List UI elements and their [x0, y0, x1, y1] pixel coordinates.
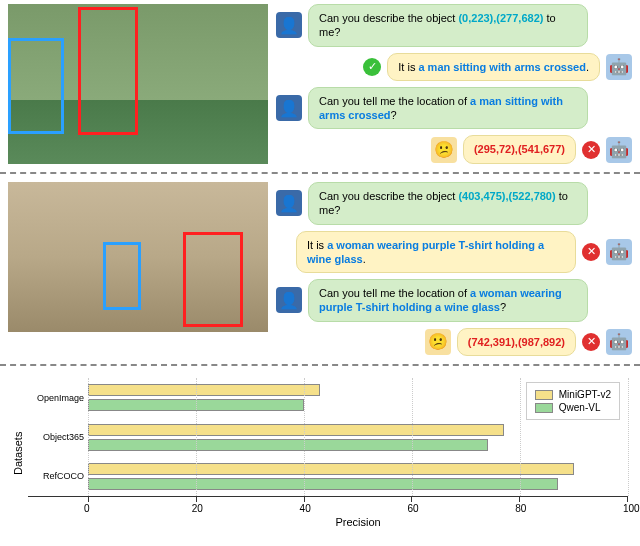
q2-bubble: Can you tell me the location of a woman … [308, 279, 588, 322]
bar-qwen-object365 [88, 439, 488, 451]
user-avatar-icon: 👤 [276, 190, 302, 216]
legend-qwen: Qwen-VL [535, 402, 611, 413]
divider [0, 172, 640, 174]
bbox-blue-1 [8, 38, 64, 134]
precision-chart: Datasets OpenImage Object365 RefCOCO [0, 370, 640, 540]
q2-bubble: Can you tell me the location of a man si… [308, 87, 588, 130]
q1-bubble: Can you describe the object (403,475),(5… [308, 182, 588, 225]
bars-object365 [88, 417, 628, 456]
confused-avatar-icon: 😕 [431, 137, 457, 163]
photo-baseball [8, 4, 268, 164]
user-avatar-icon: 👤 [276, 95, 302, 121]
cross-icon: ✕ [582, 243, 600, 261]
robot-avatar-icon: 🤖 [606, 239, 632, 265]
a1-hl: a man sitting with arms crossed [418, 61, 586, 73]
a1-suffix: . [586, 61, 589, 73]
legend-minigpt: MiniGPT-v2 [535, 389, 611, 400]
cross-icon: ✕ [582, 141, 600, 159]
x-ticks: 0 20 40 60 80 100 [88, 497, 628, 502]
ytick-refcoco: RefCOCO [28, 457, 84, 496]
legend: MiniGPT-v2 Qwen-VL [526, 382, 620, 420]
q1-coords: (0,223),(277,682) [458, 12, 543, 24]
q1-text: Can you describe the object [319, 190, 458, 202]
a2-row: 😕 (742,391),(987,892) ✕ 🤖 [276, 328, 632, 356]
xtick-40: 40 [300, 503, 311, 514]
bbox-red-1 [78, 7, 138, 135]
bar-minigpt-refcoco [88, 463, 574, 475]
bar-minigpt-openimage [88, 384, 320, 396]
a2-coords: (742,391),(987,892) [468, 336, 565, 348]
q1-text: Can you describe the object [319, 12, 458, 24]
bars-refcoco [88, 457, 628, 496]
a2-bubble: (295,72),(541,677) [463, 135, 576, 163]
y-axis-label: Datasets [12, 378, 24, 528]
q1-row: 👤 Can you describe the object (0,223),(2… [276, 4, 632, 47]
legend-swatch-yellow [535, 390, 553, 400]
bbox-blue-2 [103, 242, 141, 310]
bbox-red-2 [183, 232, 243, 327]
divider [0, 364, 640, 366]
legend-swatch-green [535, 403, 553, 413]
bar-minigpt-object365 [88, 424, 504, 436]
q1-bubble: Can you describe the object (0,223),(277… [308, 4, 588, 47]
chat-1: 👤 Can you describe the object (0,223),(2… [276, 4, 632, 164]
q2-prefix: Can you tell me the location of [319, 95, 470, 107]
a2-coords: (295,72),(541,677) [474, 143, 565, 155]
a1-prefix: It is [307, 239, 327, 251]
cross-icon: ✕ [582, 333, 600, 351]
a1-suffix: . [363, 253, 366, 265]
a2-row: 😕 (295,72),(541,677) ✕ 🤖 [276, 135, 632, 163]
xtick-60: 60 [407, 503, 418, 514]
confused-avatar-icon: 😕 [425, 329, 451, 355]
example-1: 👤 Can you describe the object (0,223),(2… [0, 0, 640, 168]
ytick-openimage: OpenImage [28, 378, 84, 417]
check-icon: ✓ [363, 58, 381, 76]
a1-prefix: It is [398, 61, 418, 73]
xtick-20: 20 [192, 503, 203, 514]
bar-qwen-refcoco [88, 478, 558, 490]
xtick-100: 100 [623, 503, 640, 514]
a1-row: ✓ It is a man sitting with arms crossed.… [276, 53, 632, 81]
robot-avatar-icon: 🤖 [606, 54, 632, 80]
q1-coords: (403,475),(522,780) [458, 190, 555, 202]
a1-row: It is a woman wearing purple T-shirt hol… [276, 231, 632, 274]
y-ticks: OpenImage Object365 RefCOCO [28, 378, 88, 496]
photo-dinner [8, 182, 268, 332]
xtick-0: 0 [84, 503, 90, 514]
q2-row: 👤 Can you tell me the location of a man … [276, 87, 632, 130]
a1-hl: a woman wearing purple T-shirt holding a… [307, 239, 544, 265]
a1-bubble: It is a man sitting with arms crossed. [387, 53, 600, 81]
chat-2: 👤 Can you describe the object (403,475),… [276, 182, 632, 356]
legend-label-minigpt: MiniGPT-v2 [559, 389, 611, 400]
q2-row: 👤 Can you tell me the location of a woma… [276, 279, 632, 322]
q2-suffix: ? [391, 109, 397, 121]
q2-suffix: ? [500, 301, 506, 313]
ytick-object365: Object365 [28, 417, 84, 456]
a2-bubble: (742,391),(987,892) [457, 328, 576, 356]
legend-label-qwen: Qwen-VL [559, 402, 601, 413]
user-avatar-icon: 👤 [276, 287, 302, 313]
user-avatar-icon: 👤 [276, 12, 302, 38]
q2-prefix: Can you tell me the location of [319, 287, 470, 299]
example-2: 👤 Can you describe the object (403,475),… [0, 178, 640, 360]
q1-row: 👤 Can you describe the object (403,475),… [276, 182, 632, 225]
x-axis-label: Precision [88, 516, 628, 528]
robot-avatar-icon: 🤖 [606, 329, 632, 355]
a1-bubble: It is a woman wearing purple T-shirt hol… [296, 231, 576, 274]
xtick-80: 80 [515, 503, 526, 514]
robot-avatar-icon: 🤖 [606, 137, 632, 163]
